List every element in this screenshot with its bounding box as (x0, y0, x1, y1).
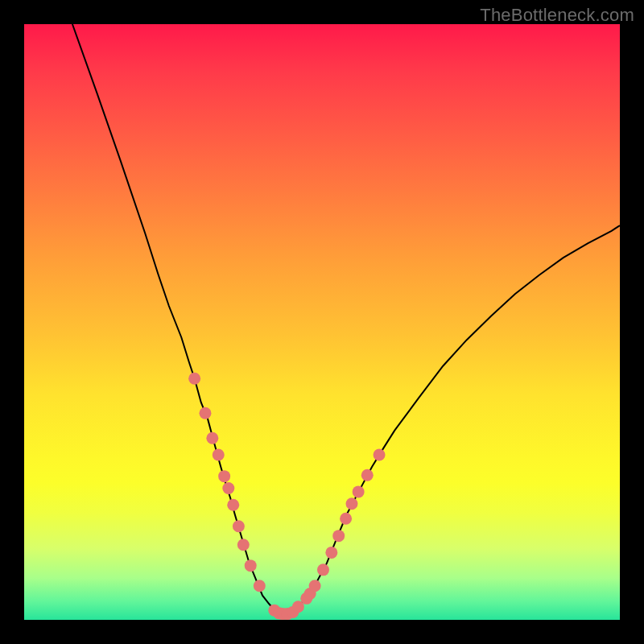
data-dot (346, 497, 358, 510)
data-dot (361, 469, 374, 481)
data-dot (309, 580, 321, 592)
curve-line (72, 24, 620, 614)
chart-frame: TheBottleneck.com (0, 0, 644, 644)
data-dot (340, 513, 352, 525)
data-dot (218, 470, 230, 482)
data-dot (317, 564, 329, 576)
data-dot (213, 449, 225, 461)
plot-area (24, 24, 620, 620)
data-dot (199, 407, 211, 419)
data-dot (332, 530, 345, 542)
data-dot (233, 520, 245, 532)
data-dot (188, 373, 200, 385)
watermark-text: TheBottleneck.com (480, 5, 634, 26)
data-dot (222, 482, 234, 494)
chart-overlay (24, 24, 620, 620)
data-dot (254, 580, 266, 592)
data-dot (227, 499, 239, 511)
data-dot (353, 485, 365, 497)
data-dot (325, 547, 337, 559)
data-dot (206, 432, 218, 444)
data-dot (245, 559, 257, 572)
dots-group (188, 373, 385, 620)
data-dot (237, 539, 250, 551)
data-dot (374, 449, 386, 461)
